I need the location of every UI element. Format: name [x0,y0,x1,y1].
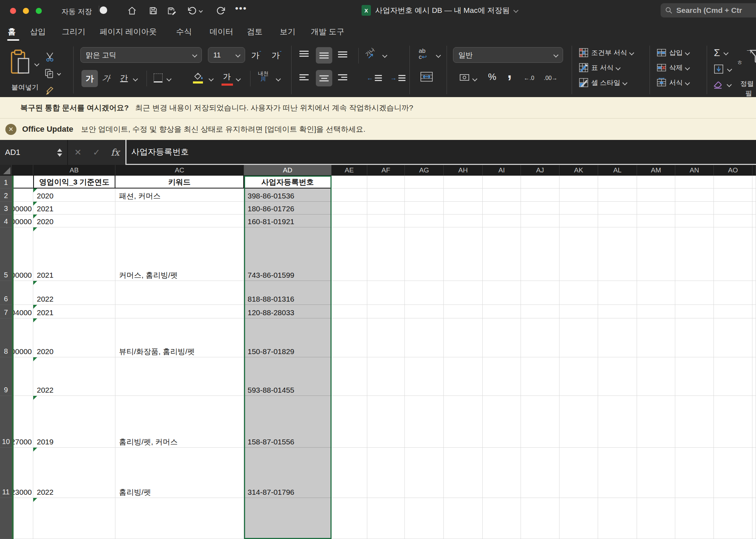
tab-page-layout[interactable]: 페이지 레이아웃 [100,26,157,37]
tab-insert[interactable]: 삽입 [30,26,46,37]
cell-AI3[interactable] [483,202,521,215]
cell-AA6[interactable] [14,281,33,305]
cell-2[interactable] [752,188,756,202]
cell-AE3[interactable] [332,202,367,215]
cell-AE4[interactable] [332,215,367,227]
cell-AA4[interactable]: 00000 [14,215,33,227]
column-header-AF[interactable]: AF [367,165,405,176]
cell-AO5[interactable] [714,227,752,281]
zoom-button[interactable] [36,8,42,14]
cell-AB7[interactable]: 2021 [33,305,115,318]
cell-AC12[interactable] [115,498,244,539]
cell-AF7[interactable] [367,305,405,318]
cell-AG5[interactable] [405,227,444,281]
cell-AG3[interactable] [405,202,444,215]
font-color-chevron-icon[interactable] [236,76,241,81]
cell-AB2[interactable]: 2020 [33,188,115,202]
cell-AF9[interactable] [367,357,405,396]
cell-AA2[interactable] [14,188,33,202]
cell-AG4[interactable] [405,215,444,227]
search-box[interactable]: Search (Cmd + Ctr [661,3,756,17]
row-header-4[interactable]: 4 [0,215,12,227]
cut-button[interactable] [45,51,56,64]
document-title-group[interactable]: X 사업자번호 예시 DB — 내 Mac에 저장됨 [362,5,518,16]
confirm-entry-icon[interactable]: ✓ [93,147,100,157]
insert-cells-button[interactable]: 삽입 [657,48,689,57]
redo-button[interactable] [216,6,226,17]
underline-button[interactable]: 간 [120,73,128,84]
phonetic-guide-button[interactable]: 내천 川 [258,71,269,81]
cell-7[interactable] [752,305,756,318]
cell-AF1[interactable] [367,176,405,188]
cell-AI5[interactable] [483,227,521,281]
font-name-select[interactable]: 맑은 고딕 [80,47,202,63]
accounting-format-button[interactable] [459,73,469,84]
cell-AL10[interactable] [598,396,637,448]
cell-AN4[interactable] [675,215,714,227]
cell-AC11[interactable]: 홈리빙/펫 [115,448,244,498]
office-update-notification-bar[interactable]: ✕ Office Update 보안 업데이트, 수정 및 향상을 최신 상태로… [0,119,756,140]
name-box-stepper[interactable] [57,148,62,157]
cell-AD4[interactable]: 160-81-01921 [244,215,332,227]
cell-AI9[interactable] [483,357,521,396]
cell-AO6[interactable] [714,281,752,305]
cell-AK6[interactable] [559,281,598,305]
cell-AB6[interactable]: 2022 [33,281,115,305]
underline-chevron-icon[interactable] [133,76,138,81]
font-size-select[interactable]: 11 [208,47,245,63]
cell-AH5[interactable] [444,227,483,281]
cell-AK1[interactable] [559,176,598,188]
cell-AF4[interactable] [367,215,405,227]
cell-AL4[interactable] [598,215,637,227]
tab-review[interactable]: 검토 [247,26,263,37]
cell-AD7[interactable]: 120-88-28033 [244,305,332,318]
cell-AO4[interactable] [714,215,752,227]
cell-AG10[interactable] [405,396,444,448]
cancel-entry-icon[interactable]: ✕ [74,147,81,157]
increase-font-button[interactable]: 가ˆ [251,50,261,61]
cell-AE9[interactable] [332,357,367,396]
title-chevron-icon[interactable] [513,8,518,13]
cell-AN1[interactable] [675,176,714,188]
format-cells-button[interactable]: 서식 [657,78,689,87]
cell-AB12[interactable] [33,498,115,539]
column-header-clipped-left[interactable] [12,165,33,176]
cell-AB10[interactable]: 2019 [33,396,115,448]
cell-AO3[interactable] [714,202,752,215]
cell-AL3[interactable] [598,202,637,215]
cell-AE10[interactable] [332,396,367,448]
dismiss-update-icon[interactable]: ✕ [5,124,16,135]
cell-AF2[interactable] [367,188,405,202]
cell-AI2[interactable] [483,188,521,202]
column-header-clipped-right[interactable] [752,165,756,176]
cell-AG7[interactable] [405,305,444,318]
wrap-text-chevron-icon[interactable] [436,53,441,58]
cell-AL8[interactable] [598,318,637,357]
recovery-notification-bar[interactable]: 복구된 통합 문서를 여시겠어요? 최근 변경 내용이 저장되었습니다. 사용자… [0,97,756,119]
undo-chevron-icon[interactable] [199,9,203,12]
cell-AO9[interactable] [714,357,752,396]
stepper-up-icon[interactable] [57,148,62,152]
row-header-6[interactable]: 6 [0,281,12,305]
cell-AA7[interactable]: 04000 [14,305,33,318]
cell-10[interactable] [752,396,756,448]
cell-AA12[interactable] [14,498,33,539]
cell-AM10[interactable] [637,396,675,448]
wrap-text-button[interactable]: ab ​c↩ [419,48,427,60]
cell-AI10[interactable] [483,396,521,448]
cell-AM2[interactable] [637,188,675,202]
cell-AH10[interactable] [444,396,483,448]
cell-AD5[interactable]: 743-86-01599 [244,227,332,281]
row-header-9[interactable]: 9 [0,357,12,396]
cell-AI11[interactable] [483,448,521,498]
cell-AM4[interactable] [637,215,675,227]
cell-5[interactable] [752,227,756,281]
column-header-AG[interactable]: AG [405,165,444,176]
cell-AL9[interactable] [598,357,637,396]
cell-AF6[interactable] [367,281,405,305]
increase-indent-button[interactable]: → [390,74,406,82]
cell-AC4[interactable] [115,215,244,227]
cell-AM12[interactable] [637,498,675,539]
cell-AG1[interactable] [405,176,444,188]
merge-center-button[interactable] [420,71,433,84]
